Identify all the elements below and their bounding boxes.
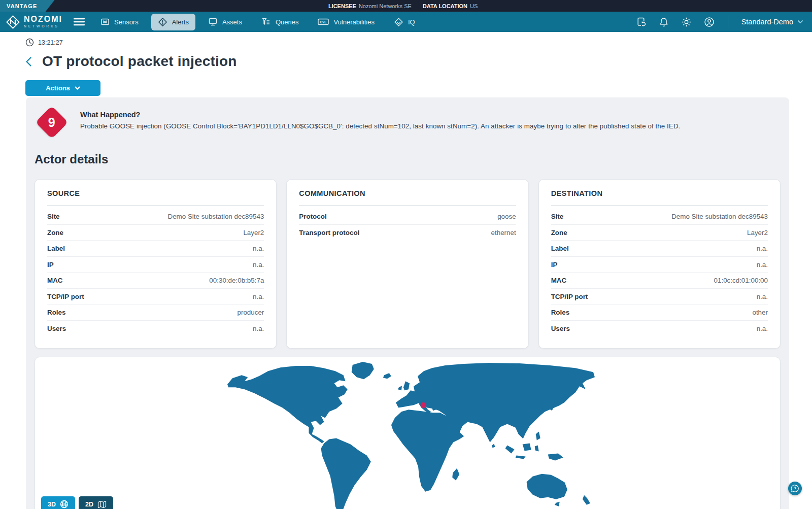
alert-location-marker[interactable]	[421, 402, 426, 408]
nav-item-sensors[interactable]: Sensors	[94, 14, 145, 30]
notifications-bell-icon[interactable]	[659, 17, 669, 27]
row-label: MAC	[551, 277, 567, 284]
communication-card-title: COMMUNICATION	[299, 189, 516, 197]
source-row-users: Usersn.a.	[47, 321, 264, 336]
alert-timestamp: 13:21:27	[38, 39, 63, 46]
help-bubble-icon	[791, 484, 799, 493]
row-label: Protocol	[299, 213, 326, 220]
nav-item-vulnerabilities[interactable]: CVE Vulnerabilities	[311, 14, 381, 30]
vantage-product-badge: VANTAGE	[0, 0, 55, 12]
map-view-toggle: 3D 2D	[41, 496, 113, 509]
title-row: OT protocol packet injection	[25, 53, 812, 70]
nav-right-controls: Standard-Demo	[636, 15, 803, 28]
nav-label-assets: Assets	[222, 18, 242, 26]
severity-value: 9	[48, 115, 55, 130]
map-2d-label: 2D	[85, 501, 93, 508]
back-chevron-icon[interactable]	[25, 56, 32, 67]
destination-row-users: Usersn.a.	[551, 321, 768, 336]
row-label: Zone	[551, 229, 567, 236]
map-3d-label: 3D	[48, 501, 56, 508]
row-label: Users	[551, 325, 570, 332]
communication-row-protocol: Protocolgoose	[299, 209, 516, 225]
what-happened-section: 9 What Happened? Probable GOOSE injectio…	[26, 97, 789, 137]
row-value: n.a.	[253, 325, 264, 332]
nav-item-queries[interactable]: Queries	[255, 14, 306, 30]
row-value: n.a.	[757, 293, 768, 300]
row-label: Label	[47, 245, 65, 252]
map-2d-button[interactable]: 2D	[79, 496, 113, 509]
destination-row-label: Labeln.a.	[551, 241, 768, 257]
data-location-label: DATA LOCATION	[423, 3, 467, 9]
communication-card: COMMUNICATION Protocolgoose Transport pr…	[286, 179, 528, 349]
nav-item-alerts[interactable]: Alerts	[151, 14, 195, 30]
svg-text:CVE: CVE	[320, 20, 327, 24]
map-3d-button[interactable]: 3D	[41, 496, 75, 509]
nav-divider	[728, 15, 728, 28]
alert-description: Probable GOOSE injection (GOOSE Control …	[80, 122, 680, 130]
source-card: SOURCE SiteDemo Site substation dec89543…	[35, 179, 277, 349]
nav-label-iq: IQ	[408, 18, 415, 26]
row-label: IP	[551, 261, 558, 268]
row-label: Roles	[551, 309, 569, 316]
source-row-label: Labeln.a.	[47, 241, 264, 257]
nav-label-vulnerabilities: Vulnerabilities	[333, 18, 374, 26]
row-value: 00:30:de:0b:b5:7a	[209, 277, 264, 284]
help-button[interactable]	[788, 482, 802, 495]
nav-label-queries: Queries	[276, 18, 299, 26]
destination-card-title: DESTINATION	[551, 189, 768, 197]
row-value: Layer2	[243, 229, 264, 236]
row-label: Transport protocol	[299, 229, 359, 236]
row-label: Site	[551, 213, 564, 220]
row-value: Demo Site substation dec89543	[168, 213, 264, 220]
nozomi-logo-text: NOZOMI NETWORKS	[24, 15, 62, 28]
communication-row-transport: Transport protocolethernet	[299, 225, 516, 241]
actions-button[interactable]: Actions	[25, 80, 100, 96]
actor-cards-row: SOURCE SiteDemo Site substation dec89543…	[35, 179, 781, 349]
destination-row-site: SiteDemo Site substation dec89543	[551, 209, 768, 225]
source-row-zone: ZoneLayer2	[47, 225, 264, 241]
page-header: 13:21:27 OT protocol packet injection Ac…	[0, 32, 812, 96]
license-info: LICENSEENozomi Networks SE DATA LOCATION…	[328, 0, 478, 12]
card-divider	[551, 205, 768, 206]
row-value: other	[752, 309, 768, 316]
alert-detail-panel: 9 What Happened? Probable GOOSE injectio…	[26, 97, 789, 509]
row-label: Roles	[47, 309, 65, 316]
nav-items: Sensors Alerts Assets	[94, 14, 422, 30]
assets-icon	[208, 17, 218, 26]
nav-label-sensors: Sensors	[114, 18, 139, 26]
queries-icon	[261, 17, 271, 26]
severity-diamond: 9	[35, 106, 68, 139]
iq-icon	[394, 17, 403, 27]
settings-gear-icon[interactable]	[681, 17, 692, 27]
cve-icon: CVE	[318, 17, 329, 26]
menu-hamburger-icon[interactable]	[74, 18, 85, 26]
top-bar: VANTAGE LICENSEENozomi Networks SE DATA …	[0, 0, 812, 12]
card-divider	[47, 205, 264, 206]
row-value: n.a.	[757, 261, 768, 268]
nav-item-assets[interactable]: Assets	[201, 14, 249, 30]
row-label: Site	[47, 213, 60, 220]
profile-icon[interactable]	[704, 17, 715, 27]
chevron-down-icon	[75, 86, 80, 90]
reports-icon[interactable]	[636, 17, 647, 27]
source-row-port: TCP/IP portn.a.	[47, 289, 264, 305]
destination-row-zone: ZoneLayer2	[551, 225, 768, 241]
row-label: IP	[47, 261, 54, 268]
row-value: goose	[497, 213, 516, 220]
destination-row-mac: MAC01:0c:cd:01:00:00	[551, 273, 768, 289]
nozomi-logo[interactable]: NOZOMI NETWORKS	[6, 15, 62, 29]
account-menu[interactable]: Standard-Demo	[741, 18, 803, 26]
row-label: Users	[47, 325, 66, 332]
row-value: n.a.	[757, 325, 768, 332]
licensee: LICENSEENozomi Networks SE	[328, 3, 412, 9]
data-location: DATA LOCATIONUS	[423, 3, 478, 9]
globe-icon	[60, 500, 69, 508]
source-row-roles: Rolesproducer	[47, 304, 264, 321]
world-map[interactable]	[219, 359, 596, 509]
licensee-label: LICENSEE	[328, 3, 356, 9]
card-divider	[299, 205, 516, 206]
row-value: Layer2	[747, 229, 768, 236]
row-value: n.a.	[253, 245, 264, 252]
map-icon	[97, 500, 107, 508]
nav-item-iq[interactable]: IQ	[387, 14, 422, 30]
